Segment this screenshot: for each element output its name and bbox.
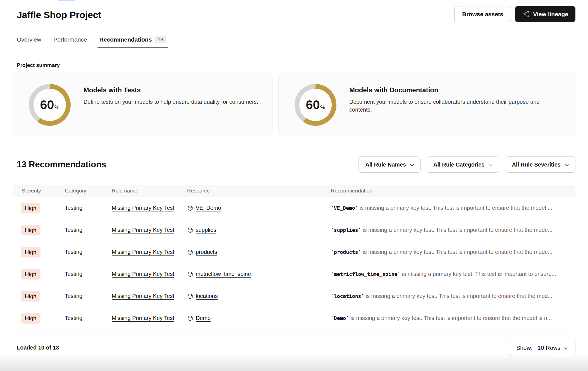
column-header-rule-name: Rule name [107,185,183,197]
chevron-down-icon [565,162,569,168]
resource-link[interactable]: supplies [196,227,216,233]
recommendation-text: `Demo` is missing a primary key test. Th… [331,315,575,321]
docs-percent-value: 60 [306,98,320,111]
docs-card-title: Models with Documentation [349,86,552,94]
tab-recommendations-label: Recommendations [99,36,152,43]
tab-performance-label: Performance [54,36,87,43]
rule-categories-filter[interactable]: All Rule Categories [427,156,499,173]
table-footer: Loaded 10 of 13 Show: 10 Rows [0,329,588,356]
table-row: High Testing Missing Primary Key Test De… [13,307,575,329]
browse-assets-button[interactable]: Browse assets [454,6,511,22]
view-lineage-label: View lineage [533,11,568,18]
severity-badge: High [21,247,40,257]
tab-bar: Overview Performance Recommendations 13 [0,36,588,48]
tests-card-title: Models with Tests [83,86,258,94]
recommendation-text: `products` is missing a primary key test… [331,249,575,255]
column-header-resource: Resource [183,185,327,197]
category-cell: Testing [61,197,107,219]
chevron-down-icon [489,162,493,168]
category-cell: Testing [61,263,107,285]
tab-recommendations[interactable]: Recommendations 13 [99,36,166,48]
show-rows-value: 10 Rows [537,344,560,351]
resource-link[interactable]: VE_Demo [196,205,221,211]
table-row: High Testing Missing Primary Key Test me… [13,263,575,285]
table-row: High Testing Missing Primary Key Test VE… [13,197,575,219]
chevron-down-icon [410,162,414,168]
project-summary-label: Project summary [17,62,588,68]
recommendation-text: `supplies` is missing a primary key test… [331,227,575,233]
recommendation-text: `VE_Demo` is missing a primary key test.… [331,205,575,211]
resource-link[interactable]: metricflow_time_spine [196,271,251,277]
recommendations-table: Severity Category Rule name Resource Rec… [13,185,575,329]
recommendation-text: `metricflow_time_spine` is missing a pri… [331,271,575,277]
table-row: High Testing Missing Primary Key Test su… [13,219,575,241]
models-with-documentation-card: 60 % Models with Documentation Document … [278,73,575,136]
docs-card-description: Document your models to ensure collabora… [349,98,552,114]
rule-name-link[interactable]: Missing Primary Key Test [112,249,174,255]
resource-link[interactable]: locations [196,293,218,299]
model-cube-icon [187,271,193,277]
header-actions: Browse assets View lineage [454,6,575,22]
rule-categories-filter-label: All Rule Categories [433,162,484,168]
bottom-fade [0,354,588,371]
rule-severities-filter-label: All Rule Severities [512,162,561,168]
page-title: Jaffle Shop Project [17,9,101,20]
tab-overview-label: Overview [17,36,41,43]
tests-donut-chart: 60 % [29,84,71,126]
model-cube-icon [187,315,193,321]
recommendations-header: 13 Recommendations All Rule Names All Ru… [0,156,588,173]
model-cube-icon [187,227,193,233]
rule-name-link[interactable]: Missing Primary Key Test [112,227,174,233]
resource-link[interactable]: products [196,249,217,255]
chevron-down-icon [564,344,568,351]
rule-name-link[interactable]: Missing Primary Key Test [112,315,174,321]
page-header: Jaffle Shop Project Browse assets View l… [0,0,588,22]
docs-percent-unit: % [320,105,325,110]
rule-names-filter[interactable]: All Rule Names [358,156,421,173]
table-row: High Testing Missing Primary Key Test lo… [13,285,575,307]
resource-link[interactable]: Demo [196,315,211,321]
show-rows-dropdown[interactable]: Show: 10 Rows [509,340,575,356]
recommendation-text: `locations` is missing a primary key tes… [331,293,575,299]
column-header-recommendation: Recommendation [327,185,575,197]
page: Jaffle Shop Project Browse assets View l… [0,0,588,371]
model-cube-icon [187,205,193,211]
category-cell: Testing [61,241,107,263]
severity-badge: High [21,225,40,235]
category-cell: Testing [61,285,107,307]
severity-badge: High [21,203,40,213]
tab-performance[interactable]: Performance [54,36,87,48]
lineage-icon [522,11,529,18]
severity-badge: High [21,269,40,280]
severity-badge: High [21,313,40,324]
column-header-category: Category [61,185,107,197]
models-with-tests-card: 60 % Models with Tests Define tests on y… [13,73,273,136]
scroll-artifact [58,0,75,1]
loaded-count: Loaded 10 of 13 [17,344,59,351]
tab-overview[interactable]: Overview [17,36,41,48]
recommendations-count-badge: 13 [155,36,166,43]
category-cell: Testing [61,307,107,329]
model-cube-icon [187,249,193,255]
rule-name-link[interactable]: Missing Primary Key Test [112,271,174,277]
severity-badge: High [21,291,40,302]
model-cube-icon [187,293,193,299]
column-header-severity: Severity [13,185,61,197]
docs-donut-chart: 60 % [295,84,336,126]
recommendations-heading: 13 Recommendations [17,160,106,170]
summary-cards: 60 % Models with Tests Define tests on y… [13,73,575,136]
tests-percent-value: 60 [40,98,54,111]
show-rows-label: Show: [516,344,532,351]
tests-percent-unit: % [54,105,59,110]
table-header-row: Severity Category Rule name Resource Rec… [13,185,575,197]
view-lineage-button[interactable]: View lineage [515,6,575,22]
category-cell: Testing [61,219,107,241]
rule-name-link[interactable]: Missing Primary Key Test [112,205,174,211]
filters: All Rule Names All Rule Categories All R… [358,156,575,173]
rule-name-link[interactable]: Missing Primary Key Test [112,293,174,299]
tests-card-description: Define tests on your models to help ensu… [83,98,258,106]
table-row: High Testing Missing Primary Key Test pr… [13,241,575,263]
rule-severities-filter[interactable]: All Rule Severities [505,156,575,173]
rule-names-filter-label: All Rule Names [365,162,406,168]
